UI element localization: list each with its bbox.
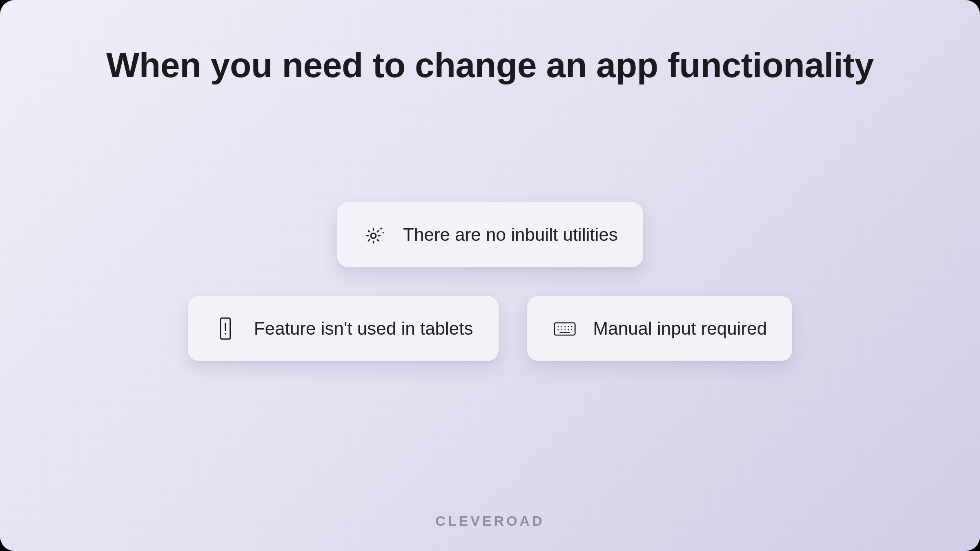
- cards-group: There are no inbuilt utilities Feature i…: [0, 202, 980, 361]
- svg-point-11: [557, 329, 559, 330]
- card-label: Manual input required: [593, 318, 767, 339]
- gear-sparkle-icon: [362, 222, 387, 247]
- card-no-inbuilt-utilities: There are no inbuilt utilities: [337, 202, 643, 267]
- brand-logo-text: CLEVEROAD: [0, 513, 980, 529]
- svg-point-7: [561, 326, 562, 327]
- svg-point-12: [561, 329, 562, 330]
- cards-row-1: There are no inbuilt utilities: [337, 202, 643, 267]
- card-feature-not-tablets: Feature isn't used in tablets: [188, 296, 499, 361]
- card-label: Feature isn't used in tablets: [254, 318, 473, 339]
- keyboard-icon: [552, 316, 577, 341]
- svg-point-15: [571, 329, 572, 330]
- svg-point-10: [571, 326, 572, 327]
- svg-rect-5: [554, 323, 575, 335]
- svg-point-4: [225, 333, 226, 335]
- card-label: There are no inbuilt utilities: [403, 224, 618, 245]
- svg-point-6: [557, 326, 559, 327]
- svg-point-0: [371, 233, 376, 238]
- card-manual-input: Manual input required: [527, 296, 793, 361]
- phone-alert-icon: [213, 316, 238, 341]
- svg-point-14: [568, 329, 569, 330]
- svg-point-8: [564, 326, 566, 327]
- page-title: When you need to change an app functiona…: [106, 45, 874, 85]
- svg-point-9: [568, 326, 569, 327]
- svg-point-13: [564, 329, 566, 330]
- cards-row-2: Feature isn't used in tablets: [188, 296, 792, 361]
- slide: When you need to change an app functiona…: [0, 0, 980, 551]
- svg-point-1: [383, 232, 384, 233]
